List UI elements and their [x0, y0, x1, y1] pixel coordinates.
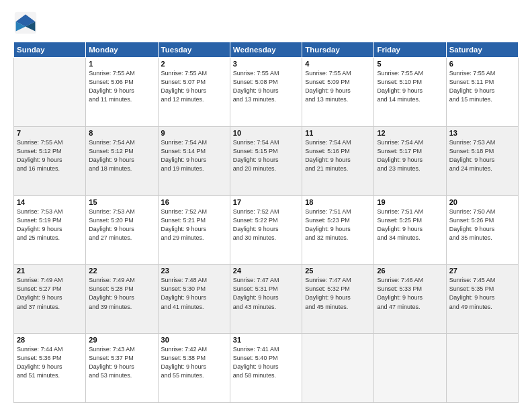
calendar-day-cell: 9Sunrise: 7:54 AM Sunset: 5:14 PM Daylig… — [158, 126, 230, 195]
calendar-day-cell: 30Sunrise: 7:42 AM Sunset: 5:38 PM Dayli… — [158, 334, 230, 403]
calendar-week-row: 21Sunrise: 7:49 AM Sunset: 5:27 PM Dayli… — [14, 265, 519, 334]
day-number: 4 — [305, 60, 371, 68]
day-info: Sunrise: 7:43 AM Sunset: 5:37 PM Dayligh… — [89, 345, 154, 380]
weekday-header: Tuesday — [158, 42, 230, 58]
day-info: Sunrise: 7:55 AM Sunset: 5:07 PM Dayligh… — [161, 69, 227, 104]
day-info: Sunrise: 7:52 AM Sunset: 5:22 PM Dayligh… — [233, 208, 299, 242]
day-info: Sunrise: 7:54 AM Sunset: 5:12 PM Dayligh… — [89, 138, 154, 173]
day-number: 10 — [233, 129, 299, 137]
day-info: Sunrise: 7:47 AM Sunset: 5:31 PM Dayligh… — [233, 276, 299, 311]
day-info: Sunrise: 7:55 AM Sunset: 5:06 PM Dayligh… — [89, 69, 154, 104]
calendar-day-cell: 16Sunrise: 7:52 AM Sunset: 5:21 PM Dayli… — [158, 195, 230, 265]
day-number: 24 — [233, 267, 299, 275]
calendar-day-cell: 25Sunrise: 7:47 AM Sunset: 5:32 PM Dayli… — [302, 265, 374, 334]
day-info: Sunrise: 7:54 AM Sunset: 5:14 PM Dayligh… — [161, 138, 227, 173]
day-number: 12 — [377, 129, 443, 137]
day-number: 18 — [305, 198, 371, 206]
day-info: Sunrise: 7:42 AM Sunset: 5:38 PM Dayligh… — [161, 345, 227, 380]
calendar-day-cell: 11Sunrise: 7:54 AM Sunset: 5:16 PM Dayli… — [302, 126, 374, 195]
weekday-header: Saturday — [446, 42, 518, 58]
day-info: Sunrise: 7:45 AM Sunset: 5:35 PM Dayligh… — [449, 276, 515, 311]
calendar-day-cell: 18Sunrise: 7:51 AM Sunset: 5:23 PM Dayli… — [302, 195, 374, 265]
calendar-day-cell: 13Sunrise: 7:53 AM Sunset: 5:18 PM Dayli… — [446, 126, 518, 195]
calendar-day-cell — [374, 334, 446, 403]
calendar-day-cell: 27Sunrise: 7:45 AM Sunset: 5:35 PM Dayli… — [446, 265, 518, 334]
day-number: 28 — [17, 336, 83, 344]
day-number: 5 — [377, 60, 443, 68]
calendar: SundayMondayTuesdayWednesdayThursdayFrid… — [13, 42, 519, 403]
day-number: 23 — [161, 267, 227, 275]
calendar-day-cell: 14Sunrise: 7:53 AM Sunset: 5:19 PM Dayli… — [14, 195, 86, 265]
calendar-day-cell: 19Sunrise: 7:51 AM Sunset: 5:25 PM Dayli… — [374, 195, 446, 265]
day-info: Sunrise: 7:41 AM Sunset: 5:40 PM Dayligh… — [233, 345, 299, 380]
calendar-day-cell — [446, 334, 518, 403]
calendar-week-row: 14Sunrise: 7:53 AM Sunset: 5:19 PM Dayli… — [14, 195, 519, 265]
day-number: 26 — [377, 267, 443, 275]
calendar-week-row: 1Sunrise: 7:55 AM Sunset: 5:06 PM Daylig… — [14, 58, 519, 127]
calendar-day-cell: 29Sunrise: 7:43 AM Sunset: 5:37 PM Dayli… — [86, 334, 158, 403]
day-number: 16 — [161, 198, 227, 206]
day-number: 29 — [89, 336, 154, 344]
day-info: Sunrise: 7:55 AM Sunset: 5:08 PM Dayligh… — [233, 69, 299, 104]
day-number: 22 — [89, 267, 154, 275]
day-number: 6 — [449, 60, 515, 68]
day-number: 14 — [17, 198, 83, 206]
day-number: 19 — [377, 198, 443, 206]
day-info: Sunrise: 7:52 AM Sunset: 5:21 PM Dayligh… — [161, 208, 227, 242]
day-info: Sunrise: 7:47 AM Sunset: 5:32 PM Dayligh… — [305, 276, 371, 311]
calendar-week-row: 28Sunrise: 7:44 AM Sunset: 5:36 PM Dayli… — [14, 334, 519, 403]
calendar-day-cell: 24Sunrise: 7:47 AM Sunset: 5:31 PM Dayli… — [230, 265, 302, 334]
day-number: 8 — [89, 129, 154, 137]
day-info: Sunrise: 7:53 AM Sunset: 5:20 PM Dayligh… — [89, 208, 154, 242]
calendar-day-cell: 20Sunrise: 7:50 AM Sunset: 5:26 PM Dayli… — [446, 195, 518, 265]
calendar-day-cell: 4Sunrise: 7:55 AM Sunset: 5:09 PM Daylig… — [302, 58, 374, 127]
calendar-day-cell: 26Sunrise: 7:46 AM Sunset: 5:33 PM Dayli… — [374, 265, 446, 334]
calendar-day-cell: 22Sunrise: 7:49 AM Sunset: 5:28 PM Dayli… — [86, 265, 158, 334]
calendar-day-cell: 31Sunrise: 7:41 AM Sunset: 5:40 PM Dayli… — [230, 334, 302, 403]
calendar-day-cell: 12Sunrise: 7:54 AM Sunset: 5:17 PM Dayli… — [374, 126, 446, 195]
day-number: 2 — [161, 60, 227, 68]
day-info: Sunrise: 7:51 AM Sunset: 5:25 PM Dayligh… — [377, 208, 443, 242]
day-info: Sunrise: 7:54 AM Sunset: 5:16 PM Dayligh… — [305, 138, 371, 173]
day-info: Sunrise: 7:55 AM Sunset: 5:10 PM Dayligh… — [377, 69, 443, 104]
calendar-day-cell — [302, 334, 374, 403]
day-number: 31 — [233, 336, 299, 344]
day-info: Sunrise: 7:46 AM Sunset: 5:33 PM Dayligh… — [377, 276, 443, 311]
day-info: Sunrise: 7:55 AM Sunset: 5:12 PM Dayligh… — [17, 138, 83, 173]
day-number: 11 — [305, 129, 371, 137]
weekday-header: Monday — [86, 42, 158, 58]
day-info: Sunrise: 7:49 AM Sunset: 5:27 PM Dayligh… — [17, 276, 83, 311]
calendar-day-cell: 28Sunrise: 7:44 AM Sunset: 5:36 PM Dayli… — [14, 334, 86, 403]
weekday-header: Friday — [374, 42, 446, 58]
day-info: Sunrise: 7:55 AM Sunset: 5:11 PM Dayligh… — [449, 69, 515, 104]
calendar-day-cell: 23Sunrise: 7:48 AM Sunset: 5:30 PM Dayli… — [158, 265, 230, 334]
calendar-day-cell: 21Sunrise: 7:49 AM Sunset: 5:27 PM Dayli… — [14, 265, 86, 334]
day-info: Sunrise: 7:48 AM Sunset: 5:30 PM Dayligh… — [161, 276, 227, 311]
day-info: Sunrise: 7:54 AM Sunset: 5:15 PM Dayligh… — [233, 138, 299, 173]
day-info: Sunrise: 7:44 AM Sunset: 5:36 PM Dayligh… — [17, 345, 83, 380]
header — [13, 11, 519, 35]
day-number: 25 — [305, 267, 371, 275]
day-number: 27 — [449, 267, 515, 275]
calendar-day-cell: 10Sunrise: 7:54 AM Sunset: 5:15 PM Dayli… — [230, 126, 302, 195]
day-number: 30 — [161, 336, 227, 344]
page: SundayMondayTuesdayWednesdayThursdayFrid… — [0, 0, 532, 411]
calendar-day-cell: 3Sunrise: 7:55 AM Sunset: 5:08 PM Daylig… — [230, 58, 302, 127]
day-number: 15 — [89, 198, 154, 206]
day-number: 1 — [89, 60, 154, 68]
day-number: 13 — [449, 129, 515, 137]
calendar-day-cell: 2Sunrise: 7:55 AM Sunset: 5:07 PM Daylig… — [158, 58, 230, 127]
day-info: Sunrise: 7:53 AM Sunset: 5:19 PM Dayligh… — [17, 208, 83, 242]
calendar-day-cell: 6Sunrise: 7:55 AM Sunset: 5:11 PM Daylig… — [446, 58, 518, 127]
day-number: 3 — [233, 60, 299, 68]
weekday-header: Thursday — [302, 42, 374, 58]
day-number: 9 — [161, 129, 227, 137]
day-number: 17 — [233, 198, 299, 206]
calendar-day-cell: 15Sunrise: 7:53 AM Sunset: 5:20 PM Dayli… — [86, 195, 158, 265]
logo-icon — [13, 11, 38, 35]
calendar-week-row: 7Sunrise: 7:55 AM Sunset: 5:12 PM Daylig… — [14, 126, 519, 195]
day-info: Sunrise: 7:55 AM Sunset: 5:09 PM Dayligh… — [305, 69, 371, 104]
day-number: 21 — [17, 267, 83, 275]
calendar-header-row: SundayMondayTuesdayWednesdayThursdayFrid… — [14, 42, 519, 58]
calendar-day-cell — [14, 58, 86, 127]
